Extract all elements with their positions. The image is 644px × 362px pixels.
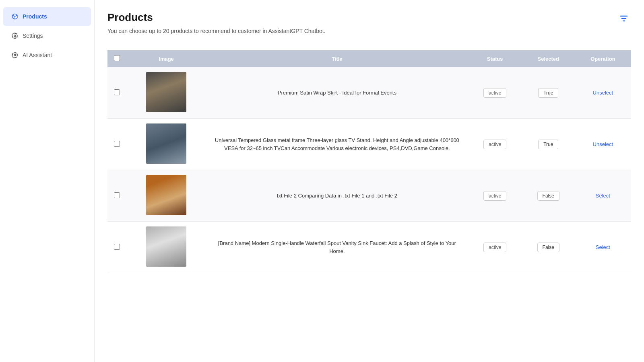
selected-cell: True: [522, 119, 575, 170]
status-cell: active: [468, 119, 522, 170]
selected-badge: True: [538, 88, 558, 98]
product-image-2: [146, 123, 186, 164]
selected-cell: True: [522, 67, 575, 119]
sidebar-item-ai-label: AI Assistant: [23, 52, 52, 58]
main-content: Products You can choose up to 20 product…: [95, 0, 644, 362]
col-operation: Operation: [575, 50, 631, 67]
table-row: Premium Satin Wrap Skirt - Ideal for For…: [107, 67, 631, 119]
operation-button-1[interactable]: Unselect: [593, 90, 613, 96]
table-row: [Brand Name] Modern Single-Handle Waterf…: [107, 222, 631, 273]
col-checkbox: [107, 50, 126, 67]
sidebar-item-products[interactable]: Products: [3, 7, 91, 26]
gear-icon-settings: [11, 32, 19, 39]
operation-button-4[interactable]: Select: [596, 244, 610, 250]
status-badge: active: [483, 243, 506, 252]
box-icon: [11, 13, 19, 20]
selected-cell: False: [522, 170, 575, 222]
image-cell: [126, 170, 206, 222]
title-cell: Premium Satin Wrap Skirt - Ideal for For…: [206, 67, 468, 119]
product-image-1: [146, 72, 186, 112]
operation-cell[interactable]: Select: [575, 222, 631, 273]
row-checkbox-1[interactable]: [114, 89, 120, 95]
product-image-3: [146, 175, 186, 215]
image-cell: [126, 222, 206, 273]
selected-badge: True: [538, 140, 558, 149]
status-cell: active: [468, 222, 522, 273]
selected-cell: False: [522, 222, 575, 273]
row-checkbox-2[interactable]: [114, 141, 120, 147]
product-image-4: [146, 226, 186, 267]
operation-cell[interactable]: Unselect: [575, 67, 631, 119]
status-cell: active: [468, 170, 522, 222]
title-cell: txt File 2 Comparing Data in .txt File 1…: [206, 170, 468, 222]
selected-badge: False: [537, 191, 559, 201]
table-row: txt File 2 Comparing Data in .txt File 1…: [107, 170, 631, 222]
status-badge: active: [483, 140, 506, 149]
title-cell: Universal Tempered Glass metal frame Thr…: [206, 119, 468, 170]
row-checkbox-3[interactable]: [114, 192, 120, 198]
status-cell: active: [468, 67, 522, 119]
svg-point-1: [14, 35, 16, 37]
svg-point-2: [14, 54, 16, 56]
col-selected: Selected: [522, 50, 575, 67]
operation-button-2[interactable]: Unselect: [593, 141, 613, 147]
col-title: Title: [206, 50, 468, 67]
filter-icon: [619, 14, 629, 23]
title-cell: [Brand Name] Modern Single-Handle Waterf…: [206, 222, 468, 273]
table-row: Universal Tempered Glass metal frame Thr…: [107, 119, 631, 170]
col-status: Status: [468, 50, 522, 67]
col-image: Image: [126, 50, 206, 67]
selected-badge: False: [537, 243, 559, 252]
products-table: Image Title Status Selected Operation Pr…: [107, 50, 631, 273]
status-badge: active: [483, 191, 506, 201]
row-checkbox-4[interactable]: [114, 244, 120, 250]
sidebar: Products Settings AI Assistant: [0, 0, 95, 362]
sidebar-item-ai-assistant[interactable]: AI Assistant: [3, 46, 91, 64]
select-all-checkbox[interactable]: [114, 55, 120, 61]
sidebar-item-settings-label: Settings: [23, 33, 43, 39]
sidebar-item-products-label: Products: [23, 13, 47, 20]
operation-cell[interactable]: Unselect: [575, 119, 631, 170]
filter-button[interactable]: [617, 11, 631, 27]
image-cell: [126, 67, 206, 119]
gear-icon-ai: [11, 51, 19, 59]
operation-button-3[interactable]: Select: [596, 193, 610, 199]
status-badge: active: [483, 88, 506, 98]
operation-cell[interactable]: Select: [575, 170, 631, 222]
sidebar-item-settings[interactable]: Settings: [3, 27, 91, 45]
page-subtitle: You can choose up to 20 products to reco…: [107, 28, 631, 41]
image-cell: [126, 119, 206, 170]
page-title: Products: [107, 11, 631, 24]
